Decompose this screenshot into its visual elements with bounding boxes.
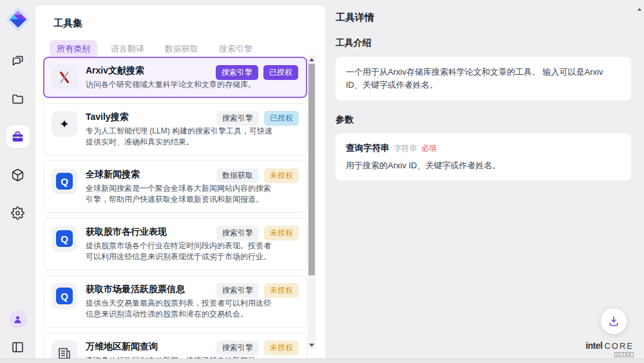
tool-category-badge: 数据获取: [216, 168, 259, 183]
tool-auth-badge: 未授权: [264, 340, 299, 355]
page-title: 工具集: [35, 5, 325, 30]
scroll-down-arrow-icon[interactable]: [308, 341, 316, 349]
user-avatar[interactable]: [9, 310, 27, 328]
tab-3[interactable]: 搜索引擎: [212, 40, 260, 58]
param-name: 查询字符串: [346, 142, 390, 154]
tool-auth-badge: 已授权: [264, 111, 299, 126]
tool-card[interactable]: Q 全球新闻搜索 全球新闻搜索是一个聚合全球各大新闻网站内容的搜索引擎，帮助用户…: [43, 161, 307, 213]
arxiv-logo-icon: [52, 64, 77, 90]
params-heading: 参数: [336, 114, 631, 126]
intro-text: 一个用于从Arxiv存储库搜索科学论文和文章的工具。 输入可以是Arxiv ID…: [346, 66, 621, 92]
tab-0[interactable]: 所有类别: [50, 40, 97, 58]
app-window: 工具集 所有类别语言翻译数据获取搜索引擎 Arxiv文献搜索 访问各个研究领域大…: [0, 0, 644, 363]
intel-wordmark: intel: [585, 340, 602, 351]
download-icon: [607, 315, 620, 328]
four-point-star-icon: ✦: [52, 111, 77, 137]
package-icon[interactable]: [6, 163, 30, 186]
list-scrollbar[interactable]: [308, 55, 316, 349]
tool-auth-badge: 已授权: [263, 65, 298, 80]
tool-card[interactable]: Arxiv文献搜索 访问各个研究领域大量科学论文和文章的存储库。 搜索引擎 已授…: [43, 57, 307, 98]
tool-description: 提供股票市场各个行业在特定时间段内的表现。投资者可以利用这些信息来识别表现优于或…: [86, 240, 274, 262]
details-title: 工具详情: [336, 12, 631, 24]
tool-category-badge: 搜索引擎: [216, 65, 258, 80]
tool-auth-badge: 未授权: [264, 168, 299, 183]
tool-details-panel: 工具详情 工具介绍 一个用于从Arxiv存储库搜索科学论文和文章的工具。 输入可…: [325, 0, 644, 363]
intro-heading: 工具介绍: [336, 37, 631, 49]
scroll-up-arrow-icon[interactable]: [308, 55, 316, 63]
tool-description: 全球新闻搜索是一个聚合全球各大新闻网站内容的搜索引擎，帮助用户快速获取全球最新资…: [86, 183, 274, 205]
chat-icon[interactable]: [6, 49, 30, 72]
sidebar-rail: [0, 0, 35, 363]
tool-description: 提供当天交易量最高的股票列表，投资者可以利用这些信息来识别流动性强的股票和潜在的…: [86, 298, 274, 320]
tool-category-badge: 搜索引擎: [216, 226, 259, 240]
tool-card[interactable]: Q 获取股市各行业表现 提供股票市场各个行业在特定时间段内的表现。投资者可以利用…: [43, 218, 307, 270]
category-tabs: 所有类别语言翻译数据获取搜索引擎: [50, 40, 325, 58]
tool-card[interactable]: ✦ Tavily搜索 专为人工智能代理 (LLM) 构建的搜索引擎工具，可快速提…: [43, 103, 307, 155]
intro-card: 一个用于从Arxiv存储库搜索科学论文和文章的工具。 输入可以是Arxiv ID…: [336, 57, 631, 101]
tool-category-badge: 搜索引擎: [216, 283, 259, 298]
tool-category-badge: 搜索引擎: [216, 340, 259, 355]
tool-card[interactable]: Q 获取市场最活跃股票信息 提供当天交易量最高的股票列表，投资者可以利用这些信息…: [43, 275, 307, 328]
app-logo-icon: [5, 6, 31, 32]
tool-description: 专为人工智能代理 (LLM) 构建的搜索引擎工具，可快速提供实时、准确和真实的结…: [86, 126, 274, 148]
window-bottom-edge: [0, 358, 644, 363]
search-q-logo-icon: Q: [52, 168, 77, 194]
core-wordmark: CORE: [604, 341, 634, 351]
download-button[interactable]: [601, 308, 627, 334]
search-q-logo-icon: Q: [52, 283, 77, 309]
tool-auth-badge: 未授权: [264, 226, 299, 240]
param-required-badge: 必填: [422, 143, 437, 154]
newspaper-icon: [52, 340, 77, 358]
param-description: 用于搜索的Arxiv ID、关键字或作者姓名。: [346, 160, 621, 172]
details-scroll-up-icon[interactable]: [637, 8, 642, 11]
parameter-card: 查询字符串 字符串 必填 用于搜索的Arxiv ID、关键字或作者姓名。: [336, 133, 631, 181]
settings-gear-icon[interactable]: [6, 201, 30, 224]
tool-auth-badge: 未授权: [264, 283, 299, 298]
tab-2[interactable]: 数据获取: [158, 40, 205, 58]
tab-1[interactable]: 语言翻译: [104, 40, 151, 58]
ultra-badge: ULTRA: [614, 352, 634, 357]
tool-category-badge: 搜索引擎: [216, 111, 259, 126]
folder-icon[interactable]: [6, 87, 30, 110]
intel-core-logo: intel CORE ULTRA: [585, 340, 634, 357]
scrollbar-thumb[interactable]: [308, 64, 315, 275]
tool-description: 访问各个研究领域大量科学论文和文章的存储库。: [86, 79, 274, 90]
param-type: 字符串: [394, 143, 417, 154]
search-q-logo-icon: Q: [52, 226, 77, 251]
toolset-panel: 工具集 所有类别语言翻译数据获取搜索引擎 Arxiv文献搜索 访问各个研究领域大…: [35, 5, 325, 363]
tool-card[interactable]: 万维地区新闻查询 查询具体行政区划内的新闻，快速了解各地新闻动 搜索引擎 未授权: [43, 333, 307, 358]
tool-list: Arxiv文献搜索 访问各个研究领域大量科学论文和文章的存储库。 搜索引擎 已授…: [43, 57, 307, 358]
toolbox-icon[interactable]: [6, 125, 30, 148]
collapse-sidebar-icon[interactable]: [10, 338, 26, 355]
